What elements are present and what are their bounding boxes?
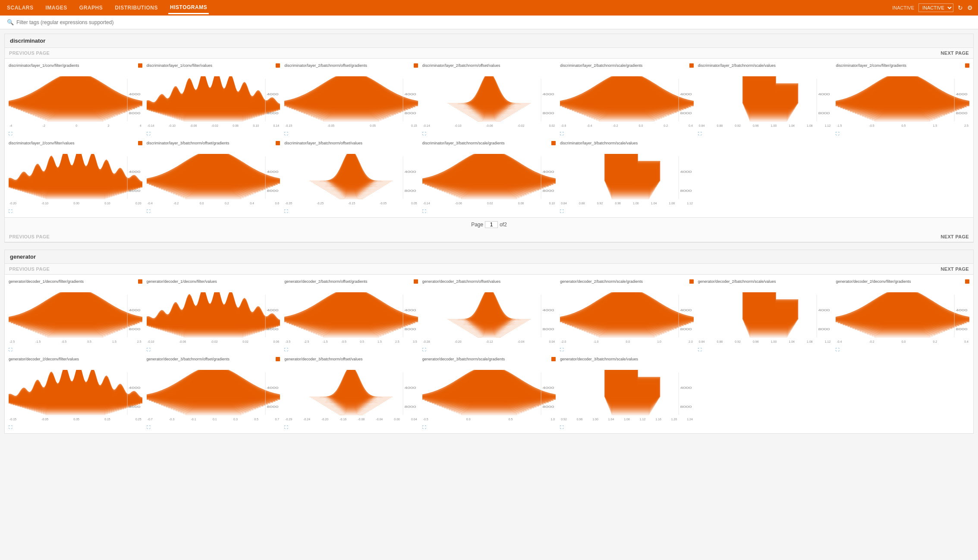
- x-axis-labels: -0.6-0.4-0.20.00.20.4: [560, 124, 694, 127]
- discriminator-next-page-bottom[interactable]: NEXT PAGE: [941, 234, 969, 239]
- chart-area: 40008000: [284, 370, 418, 417]
- x-axis-label: 0.15: [104, 418, 110, 421]
- expand-icon[interactable]: ⛶: [698, 131, 702, 136]
- discriminator-prev-page-top[interactable]: PREVIOUS PAGE: [9, 50, 50, 56]
- x-axis-label: -0.20: [455, 340, 462, 343]
- x-axis-label: 0.02: [549, 124, 555, 127]
- histogram-cell: discriminator/layer_3/batchnorm/offset/g…: [145, 138, 283, 216]
- expand-icon[interactable]: ⛶: [422, 131, 426, 136]
- x-axis-label: -0.15: [9, 418, 16, 421]
- x-axis-labels: -3.5-2.5-1.5-0.50.51.52.53.5: [284, 340, 418, 343]
- chart-area: 40008000: [284, 76, 418, 124]
- x-axis-label: 0.10: [104, 202, 110, 205]
- cell-title: discriminator/layer_3/batchnorm/offset/g…: [147, 141, 280, 152]
- expand-icon[interactable]: ⛶: [422, 425, 426, 429]
- expand-icon[interactable]: ⛶: [284, 425, 288, 429]
- expand-icon[interactable]: ⛶: [9, 425, 13, 429]
- expand-icon[interactable]: ⛶: [836, 347, 840, 352]
- x-axis-label: -0.35: [285, 202, 292, 205]
- nav-distributions[interactable]: DISTRIBUTIONS: [113, 2, 160, 13]
- expand-icon[interactable]: ⛶: [836, 131, 840, 136]
- status-select[interactable]: INACTIVE ACTIVE: [918, 3, 953, 12]
- expand-icon[interactable]: ⛶: [9, 209, 13, 213]
- x-axis-label: 0.05: [411, 202, 417, 205]
- cell-tag: [551, 141, 556, 145]
- expand-icon[interactable]: ⛶: [560, 425, 564, 429]
- svg-text:8000: 8000: [267, 405, 278, 408]
- svg-text:4000: 4000: [129, 308, 141, 312]
- search-bar: 🔍: [0, 16, 978, 29]
- expand-icon[interactable]: ⛶: [147, 209, 151, 213]
- discriminator-next-page-top[interactable]: NEXT PAGE: [941, 50, 969, 56]
- expand-icon[interactable]: ⛶: [9, 347, 13, 352]
- expand-icon[interactable]: ⛶: [698, 347, 702, 352]
- x-axis-label: -0.29: [285, 418, 292, 421]
- expand-icon[interactable]: ⛶: [560, 347, 564, 352]
- cell-title: generator/decoder_2/batchnorm/scale/valu…: [698, 279, 832, 291]
- expand-icon[interactable]: ⛶: [560, 209, 564, 213]
- discriminator-grid: discriminator/layer_1/conv/filter/gradie…: [5, 59, 973, 217]
- chart-area: 40008000: [422, 292, 556, 340]
- svg-text:4000: 4000: [405, 308, 416, 312]
- page-label: Page: [471, 222, 483, 228]
- x-axis-label: 1.16: [655, 418, 661, 421]
- x-axis-label: 0: [75, 124, 77, 127]
- x-axis-label: 0.0: [200, 202, 204, 205]
- x-axis-label: -0.4: [587, 124, 592, 127]
- discriminator-section: discriminator PREVIOUS PAGE NEXT PAGE di…: [4, 34, 974, 243]
- expand-icon[interactable]: ⛶: [284, 131, 288, 136]
- x-axis-label: -2: [43, 124, 45, 127]
- histogram-cell: discriminator/layer_2/batchnorm/scale/gr…: [558, 60, 696, 138]
- cell-title: generator/decoder_2/batchnorm/offset/gra…: [284, 279, 418, 291]
- expand-icon[interactable]: ⛶: [422, 209, 426, 213]
- x-axis-labels: -0.28-0.20-0.12-0.040.04: [422, 340, 556, 343]
- generator-section: generator PREVIOUS PAGE NEXT PAGE genera…: [4, 250, 974, 434]
- histogram-cell: discriminator/layer_1/conv/filter/values…: [145, 60, 283, 138]
- expand-icon[interactable]: ⛶: [284, 347, 288, 352]
- discriminator-page-input[interactable]: [485, 221, 498, 228]
- generator-prev-page-top[interactable]: PREVIOUS PAGE: [9, 266, 50, 272]
- svg-text:8000: 8000: [818, 111, 830, 115]
- expand-icon[interactable]: ⛶: [422, 347, 426, 352]
- expand-icon[interactable]: ⛶: [560, 131, 564, 136]
- page-of: of: [500, 222, 504, 228]
- nav-histograms[interactable]: HISTOGRAMS: [168, 2, 209, 14]
- histogram-cell: generator/decoder_2/deconv/filter/gradie…: [833, 276, 972, 354]
- x-axis-label: 0.92: [597, 202, 603, 205]
- settings-icon[interactable]: ⚙: [967, 4, 973, 11]
- expand-icon[interactable]: ⛶: [147, 425, 151, 429]
- nav-scalars[interactable]: SCALARS: [5, 2, 35, 13]
- nav-images[interactable]: IMAGES: [44, 2, 69, 13]
- discriminator-prev-page-bottom[interactable]: PREVIOUS PAGE: [9, 234, 50, 239]
- histogram-cell: [833, 354, 972, 432]
- chart-area: 40008000: [698, 76, 832, 124]
- svg-text:8000: 8000: [405, 189, 416, 192]
- x-axis-label: 0.0: [902, 340, 906, 343]
- expand-icon[interactable]: ⛶: [284, 209, 288, 213]
- x-axis-label: 0.84: [561, 202, 567, 205]
- x-axis-label: -0.08: [358, 418, 365, 421]
- x-axis-label: 0.06: [233, 124, 239, 127]
- svg-text:4000: 4000: [680, 170, 692, 173]
- cell-tag: [551, 357, 556, 361]
- svg-text:4000: 4000: [542, 386, 554, 389]
- x-axis-label: -1.5: [323, 340, 328, 343]
- svg-text:8000: 8000: [956, 327, 968, 331]
- cell-tag: [965, 279, 969, 284]
- expand-icon[interactable]: ⛶: [147, 131, 151, 136]
- svg-text:8000: 8000: [680, 327, 692, 331]
- x-axis-label: 0.4: [689, 124, 693, 127]
- nav-graphs[interactable]: GRAPHS: [78, 2, 104, 13]
- refresh-icon[interactable]: ↻: [958, 4, 963, 11]
- x-axis-labels: 0.840.880.920.961.001.041.081.12: [698, 340, 832, 343]
- svg-text:8000: 8000: [542, 111, 554, 115]
- search-input[interactable]: [16, 19, 189, 25]
- chart-area: 40008000: [284, 154, 418, 201]
- svg-text:8000: 8000: [129, 405, 141, 408]
- x-axis-label: -0.05: [327, 124, 334, 127]
- x-axis-label: 1.08: [807, 124, 813, 127]
- expand-icon[interactable]: ⛶: [9, 131, 13, 136]
- x-axis-label: 1.20: [671, 418, 677, 421]
- expand-icon[interactable]: ⛶: [147, 347, 151, 352]
- generator-next-page-top[interactable]: NEXT PAGE: [941, 266, 969, 272]
